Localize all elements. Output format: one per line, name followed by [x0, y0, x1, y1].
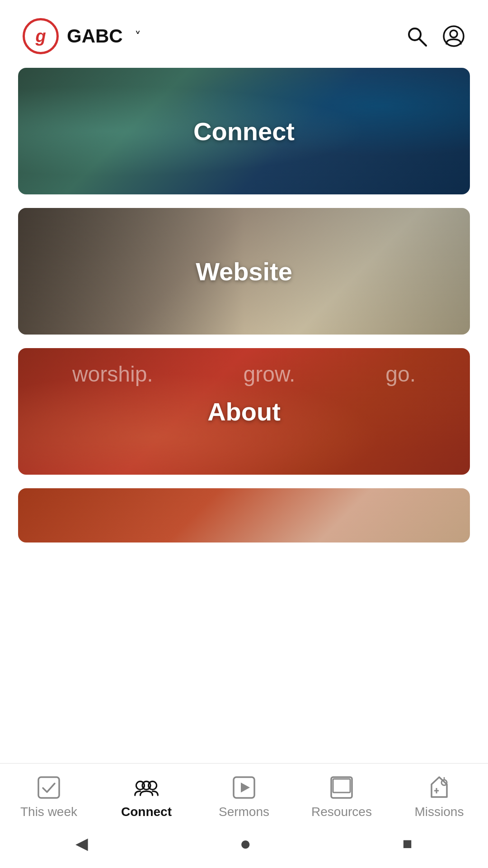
sermons-nav-label: Sermons [219, 805, 269, 819]
resources-nav-label: Resources [311, 805, 372, 819]
missions-nav-label: Missions [415, 805, 464, 819]
header-right [405, 24, 465, 48]
connect-nav-icon [134, 775, 159, 800]
svg-rect-4 [38, 777, 59, 798]
about-card[interactable]: worship. grow. go. About [18, 348, 470, 475]
about-card-overlay: About [18, 348, 470, 475]
connect-card-label: Connect [193, 117, 295, 146]
about-card-label: About [207, 397, 281, 426]
connect-card[interactable]: Connect [18, 68, 470, 194]
svg-line-1 [419, 39, 426, 46]
app-logo: g [23, 18, 59, 54]
sermons-icon [231, 775, 257, 800]
website-card[interactable]: Website [18, 208, 470, 335]
main-content: Connect Website worship. grow. go. About [0, 68, 488, 624]
nav-item-missions[interactable]: Missions [403, 775, 475, 819]
nav-item-sermons[interactable]: Sermons [208, 775, 280, 819]
nav-item-resources[interactable]: Resources [305, 775, 378, 819]
recent-button[interactable]: ■ [403, 834, 413, 853]
chevron-down-icon[interactable]: ˅ [135, 29, 141, 44]
app-header: g GABC ˅ [0, 0, 488, 68]
partial-card[interactable] [18, 488, 470, 542]
missions-icon [427, 775, 452, 800]
bottom-nav: This week Connect [0, 764, 488, 828]
svg-point-7 [142, 781, 150, 789]
back-button[interactable]: ◀ [75, 834, 88, 853]
nav-item-connect[interactable]: Connect [110, 775, 183, 819]
profile-icon[interactable] [442, 24, 465, 48]
this-week-icon [36, 775, 61, 800]
svg-marker-9 [241, 783, 250, 793]
website-card-label: Website [196, 257, 292, 286]
nav-item-this-week[interactable]: This week [13, 775, 85, 819]
bottom-nav-wrapper: This week Connect [0, 763, 488, 868]
home-button[interactable]: ● [239, 833, 251, 854]
system-nav: ◀ ● ■ [0, 828, 488, 868]
app-title: GABC [67, 25, 123, 47]
connect-card-overlay: Connect [18, 68, 470, 194]
search-icon[interactable] [405, 24, 428, 48]
header-left: g GABC ˅ [23, 18, 141, 54]
logo-letter: g [35, 27, 46, 46]
svg-point-3 [450, 30, 457, 38]
svg-rect-11 [333, 779, 350, 793]
svg-rect-10 [331, 777, 352, 798]
resources-icon [329, 775, 354, 800]
website-card-overlay: Website [18, 208, 470, 335]
this-week-label: This week [20, 805, 77, 819]
connect-nav-label: Connect [121, 805, 172, 819]
